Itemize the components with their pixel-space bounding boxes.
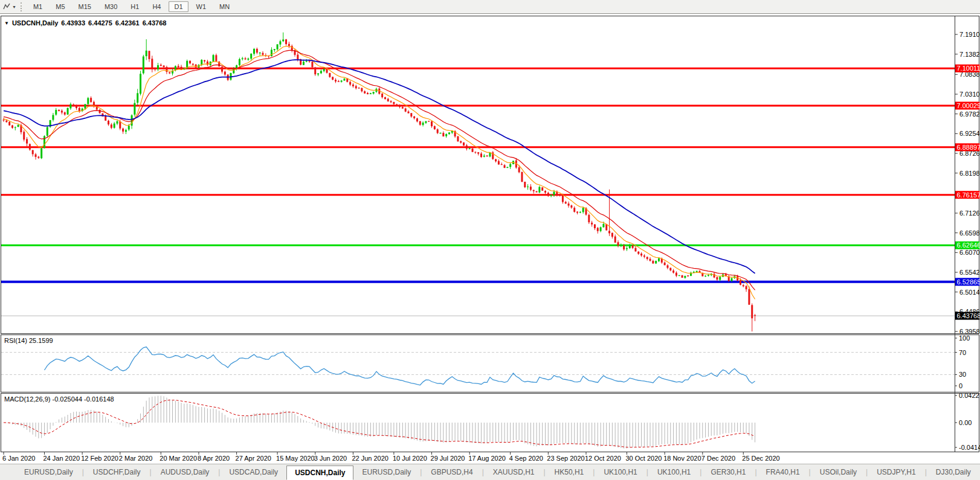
price-badges: 7.100117.000296.888976.761576.626466.528…: [955, 65, 980, 320]
tab-usdchf-daily[interactable]: USDCHF,Daily: [85, 466, 149, 479]
chart-menu-caret-icon[interactable]: ▼: [4, 21, 9, 26]
svg-text:6.92540: 6.92540: [959, 130, 980, 137]
svg-text:7.13820: 7.13820: [959, 51, 980, 58]
ohlc-low: 6.42361: [115, 19, 140, 27]
tab-usdjpy-h1[interactable]: USDJPY,H1: [868, 466, 924, 479]
tab-fra40-h1[interactable]: FRA40,H1: [758, 466, 808, 479]
svg-text:2 Mar 2020: 2 Mar 2020: [119, 455, 153, 462]
tab-gbpusd-h4[interactable]: GBPUSD,H4: [422, 466, 481, 479]
tab-ger30-h1[interactable]: GER30,H1: [702, 466, 754, 479]
tab-eurusd-daily[interactable]: EURUSD,Daily: [16, 466, 82, 479]
chart-title: ▼USDCNH,Daily6.439336.442756.423616.4376…: [4, 19, 166, 27]
svg-text:0: 0: [959, 382, 962, 389]
svg-text:10 Jul 2020: 10 Jul 2020: [393, 455, 427, 462]
svg-text:6.88897: 6.88897: [957, 144, 980, 151]
mt4-window: ▼ M1M5M15M30H1H4D1W1MN 0.0422750.00-0.04…: [0, 0, 980, 480]
time-axis[interactable]: 6 Jan 202024 Jan 202012 Feb 20202 Mar 20…: [2, 452, 780, 462]
svg-text:0.00: 0.00: [959, 419, 972, 426]
symbol-timeframe-label: USDCNH,Daily: [12, 19, 58, 27]
svg-text:6.97820: 6.97820: [959, 110, 980, 118]
dropdown-caret-icon: ▼: [12, 5, 16, 9]
svg-text:6.81980: 6.81980: [959, 170, 980, 177]
timeframe-button-m15[interactable]: M15: [73, 1, 97, 12]
tab-usdcnh-daily[interactable]: USDCNH,Daily: [286, 466, 353, 480]
svg-text:25 Dec 2020: 25 Dec 2020: [742, 455, 779, 462]
svg-text:6.65980: 6.65980: [959, 229, 980, 237]
svg-text:18 Nov 2020: 18 Nov 2020: [663, 455, 701, 462]
ohlc-open: 6.43933: [61, 19, 85, 27]
svg-text:22 Jun 2020: 22 Jun 2020: [352, 455, 388, 462]
svg-text:6 Jan 2020: 6 Jan 2020: [2, 455, 35, 462]
timeframe-button-m1[interactable]: M1: [28, 1, 48, 12]
svg-text:15 May 2020: 15 May 2020: [276, 455, 315, 462]
svg-text:6.43768: 6.43768: [957, 312, 980, 319]
svg-text:7.10011: 7.10011: [957, 65, 980, 72]
svg-text:6.55420: 6.55420: [959, 269, 980, 276]
timeframe-button-d1[interactable]: D1: [169, 1, 188, 12]
timeframe-toolbar: ▼ M1M5M15M30H1H4D1W1MN: [0, 0, 980, 14]
svg-text:6.52865: 6.52865: [957, 278, 980, 286]
tab-usdcad-daily[interactable]: USDCAD,Daily: [221, 466, 286, 479]
svg-text:4 Sep 2020: 4 Sep 2020: [509, 455, 543, 462]
svg-text:0.042275: 0.042275: [959, 392, 980, 399]
svg-text:7 Dec 2020: 7 Dec 2020: [701, 455, 735, 462]
rsi-indicator-label: RSI(14) 25.1599: [4, 337, 53, 344]
svg-text:6.60700: 6.60700: [959, 249, 980, 256]
ohlc-close: 6.43768: [143, 19, 167, 27]
svg-text:100: 100: [959, 334, 970, 342]
symbol-tab-bar: EURUSD,Daily|USDCHF,Daily|AUDUSD,Daily|U…: [0, 464, 980, 480]
svg-text:70: 70: [959, 349, 966, 356]
svg-text:20 Mar 2020: 20 Mar 2020: [160, 455, 197, 462]
svg-text:30: 30: [959, 371, 966, 378]
timeframe-button-h1[interactable]: H1: [125, 1, 144, 12]
main-panel[interactable]: [1, 16, 979, 334]
svg-text:23 Sep 2020: 23 Sep 2020: [547, 455, 584, 462]
rsi-panel[interactable]: [1, 335, 979, 392]
tab-uk100-h1[interactable]: UK100,H1: [595, 466, 645, 479]
svg-text:6.71260: 6.71260: [959, 210, 980, 217]
svg-text:6.62646: 6.62646: [957, 242, 980, 249]
tab-xauusd-h1[interactable]: XAUUSD,H1: [485, 466, 543, 479]
toolbar-grip[interactable]: [21, 2, 24, 11]
tab-hk50-h1[interactable]: HK50,H1: [546, 466, 593, 479]
svg-text:27 Apr 2020: 27 Apr 2020: [236, 455, 271, 462]
svg-text:3 Jun 2020: 3 Jun 2020: [314, 455, 347, 462]
tab-uk100-h1[interactable]: UK100,H1: [649, 466, 699, 479]
ohlc-high: 6.44275: [88, 19, 112, 27]
svg-text:24 Jan 2020: 24 Jan 2020: [43, 455, 80, 462]
svg-text:6.76157: 6.76157: [957, 191, 980, 199]
svg-text:12 Oct 2020: 12 Oct 2020: [585, 455, 621, 462]
tab-audusd-daily[interactable]: AUDUSD,Daily: [152, 466, 218, 479]
svg-text:12 Feb 2020: 12 Feb 2020: [81, 455, 118, 462]
svg-text:7.19100: 7.19100: [959, 31, 980, 38]
svg-text:29 Jul 2020: 29 Jul 2020: [431, 455, 465, 462]
svg-text:7.03100: 7.03100: [959, 91, 980, 98]
svg-text:-0.04148: -0.04148: [959, 444, 980, 451]
chart-window: 0.0422750.00-0.041487.191007.138207.0838…: [0, 14, 980, 464]
tab-dj30-daily[interactable]: DJ30,Daily: [927, 466, 979, 479]
timeframe-button-mn[interactable]: MN: [214, 1, 235, 12]
svg-text:6.50140: 6.50140: [959, 289, 980, 296]
svg-text:7.00029: 7.00029: [957, 102, 980, 109]
tab-eurusd-daily[interactable]: EURUSD,Daily: [353, 466, 419, 479]
svg-text:30 Oct 2020: 30 Oct 2020: [625, 455, 662, 462]
draw-tool-icon: [2, 2, 11, 11]
svg-text:17 Aug 2020: 17 Aug 2020: [468, 455, 506, 462]
timeframe-button-w1[interactable]: W1: [191, 1, 212, 12]
timeframe-buttons: M1M5M15M30H1H4D1W1MN: [27, 1, 236, 12]
timeframe-button-h4[interactable]: H4: [147, 1, 166, 12]
macd-indicator-label: MACD(12,26,9) -0.025044 -0.016148: [4, 395, 114, 403]
draw-tool-button[interactable]: ▼: [0, 2, 19, 11]
chart-canvas[interactable]: 0.0422750.00-0.041487.191007.138207.0838…: [0, 14, 980, 464]
svg-text:8 Apr 2020: 8 Apr 2020: [198, 455, 230, 462]
timeframe-button-m30[interactable]: M30: [99, 1, 123, 12]
tab-usoil-daily[interactable]: USOil,Daily: [811, 466, 865, 479]
timeframe-button-m5[interactable]: M5: [50, 1, 70, 12]
